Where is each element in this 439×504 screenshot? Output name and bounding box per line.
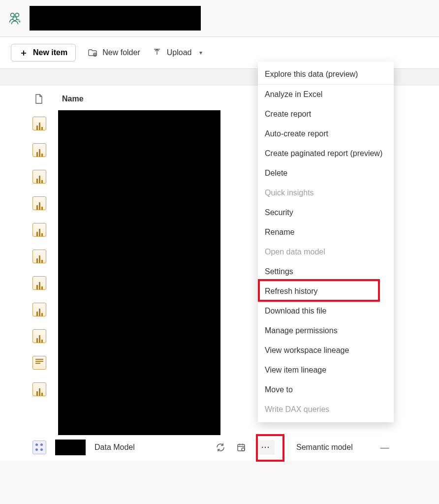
paginated-report-icon xyxy=(32,356,46,370)
workspace-header xyxy=(0,0,439,37)
column-name-header[interactable]: Name xyxy=(62,94,84,103)
menu-analyze-in-excel[interactable]: Analyze in Excel xyxy=(258,85,394,104)
report-icon xyxy=(32,276,46,290)
new-folder-label: New folder xyxy=(102,48,140,57)
report-icon xyxy=(32,303,46,316)
workspace-icon xyxy=(7,10,23,26)
menu-delete[interactable]: Delete xyxy=(258,163,394,183)
svg-point-0 xyxy=(11,13,15,17)
menu-view-workspace-lineage[interactable]: View workspace lineage xyxy=(258,341,394,360)
list-item-active[interactable]: Data Model ··· xyxy=(0,434,439,461)
report-icon xyxy=(32,329,46,343)
refresh-now-button[interactable] xyxy=(216,442,225,452)
report-icon xyxy=(32,223,46,237)
menu-security[interactable]: Security xyxy=(258,203,394,222)
more-options-button[interactable]: ··· xyxy=(257,440,275,455)
upload-label: Upload xyxy=(167,48,192,57)
semantic-model-icon xyxy=(32,441,46,454)
ellipsis-icon: ··· xyxy=(261,443,270,451)
workspace-name-redacted xyxy=(30,6,201,31)
schedule-refresh-button[interactable] xyxy=(236,442,246,452)
item-context-menu: Explore this data (preview) Analyze in E… xyxy=(258,62,394,422)
report-icon xyxy=(32,250,46,263)
menu-manage-permissions[interactable]: Manage permissions xyxy=(258,321,394,341)
menu-explore-this-data[interactable]: Explore this data (preview) xyxy=(258,64,394,85)
file-icon xyxy=(34,94,43,104)
new-item-button[interactable]: ＋ New item xyxy=(11,44,76,62)
menu-quick-insights: Quick insights xyxy=(258,183,394,203)
menu-settings[interactable]: Settings xyxy=(258,262,394,282)
menu-auto-create-report[interactable]: Auto-create report xyxy=(258,124,394,144)
report-icon xyxy=(32,117,46,130)
plus-icon: ＋ xyxy=(19,48,28,57)
report-icon xyxy=(32,196,46,210)
row-actions: ··· Semantic model — xyxy=(216,440,389,455)
menu-open-data-model: Open data model xyxy=(258,242,394,262)
upload-icon xyxy=(152,48,162,58)
item-name: Data Model xyxy=(94,443,135,452)
new-item-label: New item xyxy=(33,48,67,57)
svg-point-15 xyxy=(242,448,245,451)
menu-move-to[interactable]: Move to xyxy=(258,380,394,400)
menu-rename[interactable]: Rename xyxy=(258,222,394,242)
new-folder-button[interactable]: New folder xyxy=(88,48,140,58)
report-icon xyxy=(32,170,46,184)
item-refreshed-value: — xyxy=(380,442,389,453)
report-icon xyxy=(32,382,46,396)
menu-refresh-history[interactable]: Refresh history xyxy=(258,282,394,301)
menu-view-item-lineage[interactable]: View item lineage xyxy=(258,360,394,380)
item-name-prefix-redacted xyxy=(55,440,86,455)
chevron-down-icon: ▾ xyxy=(199,49,202,56)
report-icon xyxy=(32,143,46,157)
item-type-label: Semantic model xyxy=(296,443,353,452)
item-names-redacted xyxy=(58,110,220,435)
menu-write-dax-queries: Write DAX queries xyxy=(258,400,394,419)
upload-button[interactable]: Upload ▾ xyxy=(152,48,203,58)
menu-download-this-file[interactable]: Download this file xyxy=(258,301,394,321)
svg-point-2 xyxy=(13,17,17,21)
svg-point-1 xyxy=(15,13,19,17)
menu-create-report[interactable]: Create report xyxy=(258,104,394,124)
folder-add-icon xyxy=(88,48,97,58)
menu-create-paginated-report[interactable]: Create paginated report (preview) xyxy=(258,144,394,163)
